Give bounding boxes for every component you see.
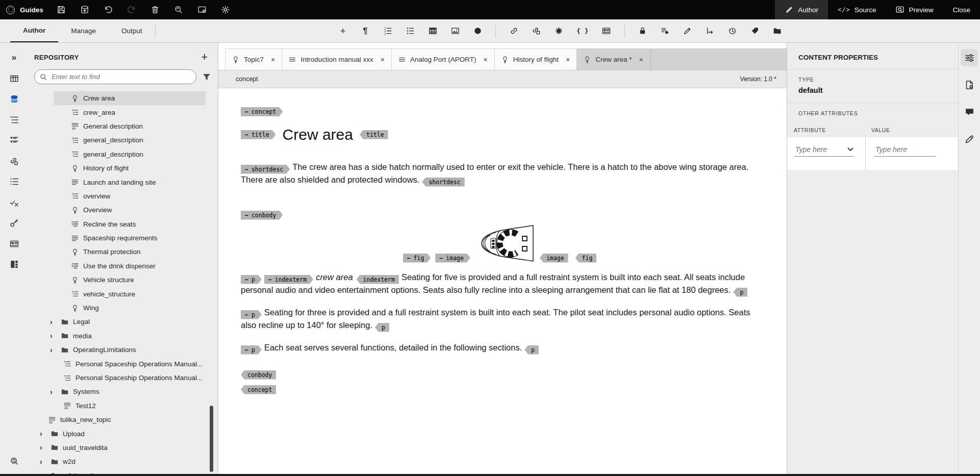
tag-indexterm-open[interactable]: −indexterm <box>264 275 313 284</box>
doc-tab[interactable]: Introduction manual xxx× <box>282 48 392 70</box>
collapse-element-icon[interactable]: − <box>245 276 248 283</box>
tree-item[interactable]: Personal Spaceship Operations Manual... <box>28 357 218 370</box>
chevron-right-icon[interactable]: › <box>40 458 46 465</box>
tag-conbody-open[interactable]: −conbody <box>241 211 283 220</box>
paragraph-text[interactable]: Seating for three is provided and a full… <box>241 308 750 330</box>
tag-p-open[interactable]: −p <box>241 275 262 284</box>
tree-item[interactable]: Overview <box>28 203 218 217</box>
save-icon[interactable] <box>54 3 69 16</box>
close-tab-icon[interactable]: × <box>566 56 570 64</box>
paragraph-icon[interactable]: ¶ <box>361 27 370 35</box>
collapse-element-icon[interactable]: − <box>245 166 248 173</box>
tag-image-open[interactable]: −image <box>435 254 470 263</box>
filter-icon[interactable] <box>203 73 211 81</box>
window-settings-icon[interactable] <box>194 3 210 16</box>
redo-icon[interactable] <box>124 3 139 16</box>
keys-icon[interactable] <box>8 216 21 230</box>
repository-search[interactable] <box>34 69 196 84</box>
doc-tab[interactable]: Analog Port (APORT)× <box>391 48 495 70</box>
collapse-element-icon[interactable]: − <box>245 346 248 354</box>
tree-item-folder[interactable]: ›OperatingLimitations <box>28 343 218 357</box>
tag-concept-close[interactable]: concept <box>241 385 276 394</box>
tree-item-folder[interactable]: ›Systems <box>28 385 218 398</box>
collapse-element-icon[interactable]: − <box>245 311 248 318</box>
close-tab-icon[interactable]: × <box>484 56 488 64</box>
cross-reference-icon[interactable] <box>532 27 541 35</box>
doc-tab[interactable]: History of flight× <box>494 48 577 70</box>
tag-image-close[interactable]: image <box>540 254 568 263</box>
undo-icon[interactable] <box>100 3 116 16</box>
variables-icon[interactable]: { } <box>576 28 588 34</box>
tree-item[interactable]: general_description <box>28 147 218 161</box>
tab-manage[interactable]: Manage <box>58 19 109 42</box>
tree-item[interactable]: Vehicle structure <box>28 273 218 287</box>
bullet-list-icon[interactable] <box>406 27 415 35</box>
doc-tab[interactable]: Topic7× <box>225 48 282 70</box>
tree-item[interactable]: crew_area <box>28 105 218 119</box>
publish-database-icon[interactable] <box>77 3 92 16</box>
label-tag-icon[interactable] <box>750 27 760 35</box>
chevron-right-icon[interactable]: › <box>50 346 57 354</box>
tag-shortdesc-open[interactable]: −shortdesc <box>241 165 290 174</box>
tree-item[interactable]: general_description <box>28 133 218 147</box>
properties-sliders-icon[interactable] <box>961 49 978 66</box>
tree-item[interactable]: Spaceship requirements <box>28 231 218 245</box>
lock-icon[interactable] <box>638 27 647 35</box>
tree-item[interactable]: Use the drink dispenser <box>28 259 218 273</box>
tree-item[interactable]: Personal Spaceship Operations Manual... <box>28 371 218 385</box>
tree-item[interactable]: Recline the seats <box>28 217 218 231</box>
chevron-right-icon[interactable]: › <box>50 318 57 325</box>
tag-p-open[interactable]: −p <box>241 345 262 355</box>
tag-conbody-close[interactable]: conbody <box>241 370 276 380</box>
tab-author[interactable]: Author <box>10 19 58 42</box>
tag-shortdesc-close[interactable]: shortdesc <box>422 178 464 187</box>
paragraph-text[interactable]: Each seat serves several functions, deta… <box>264 343 522 352</box>
find-replace-icon[interactable] <box>8 455 21 468</box>
snippets-icon[interactable] <box>8 258 21 271</box>
search-input[interactable] <box>51 72 191 81</box>
insert-table-icon[interactable] <box>428 27 437 35</box>
tag-fig-open[interactable]: −fig <box>403 254 431 263</box>
tree-item[interactable]: Thermal protection <box>28 245 218 259</box>
grid-view-icon[interactable] <box>8 72 21 85</box>
track-changes-icon[interactable] <box>683 27 692 35</box>
chevron-right-icon[interactable]: › <box>40 430 46 437</box>
close-tab-icon[interactable]: × <box>639 56 643 64</box>
collapse-element-icon[interactable]: − <box>268 276 272 283</box>
add-file-button[interactable]: + <box>201 52 208 63</box>
tag-p-close[interactable]: p <box>733 288 747 297</box>
tree-item-folder[interactable]: ›w2d <box>28 455 218 468</box>
value-field[interactable] <box>874 145 936 157</box>
tree-item-folder[interactable]: ›w2dbaseline <box>28 469 218 474</box>
collapse-panel-icon[interactable]: » <box>8 51 21 64</box>
tree-item-folder[interactable]: ›Upload <box>28 427 218 440</box>
close-tab-icon[interactable]: × <box>271 56 275 64</box>
tag-indexterm-close[interactable]: indexterm <box>357 275 399 284</box>
breadcrumb[interactable]: concept <box>236 76 258 83</box>
collapse-element-icon[interactable]: − <box>439 255 443 262</box>
indexterm-text[interactable]: crew area <box>316 272 353 282</box>
insert-element-icon[interactable]: + <box>338 26 347 36</box>
tag-p-close[interactable]: p <box>524 345 539 355</box>
settings-gear-icon[interactable] <box>218 3 233 16</box>
crew-area-diagram[interactable] <box>475 224 535 263</box>
tag-p-close[interactable]: p <box>375 323 389 332</box>
tag-title-open[interactable]: −title <box>241 130 276 139</box>
reusable-content-icon[interactable] <box>8 155 21 168</box>
shortdesc-text[interactable]: The crew area has a side hatch normally … <box>241 162 748 184</box>
tree-item-folder[interactable]: ›Legal <box>28 315 218 329</box>
chevron-right-icon[interactable]: › <box>40 444 46 451</box>
repository-scrollbar[interactable] <box>210 406 213 472</box>
version-history-icon[interactable] <box>728 27 737 35</box>
mode-author-button[interactable]: Author <box>775 0 828 19</box>
chevron-right-icon[interactable]: › <box>50 388 57 395</box>
mode-preview-button[interactable]: Preview <box>886 0 943 19</box>
find-references-icon[interactable] <box>171 3 186 16</box>
review-check-icon[interactable] <box>8 196 21 209</box>
value-input[interactable] <box>874 145 936 154</box>
attribute-select[interactable] <box>794 145 853 157</box>
mode-source-button[interactable]: </> Source <box>828 0 886 19</box>
media-browser-icon[interactable] <box>8 237 21 250</box>
doc-tab-active[interactable]: Crew area *× <box>576 48 650 70</box>
tree-item[interactable]: General description <box>28 119 218 133</box>
